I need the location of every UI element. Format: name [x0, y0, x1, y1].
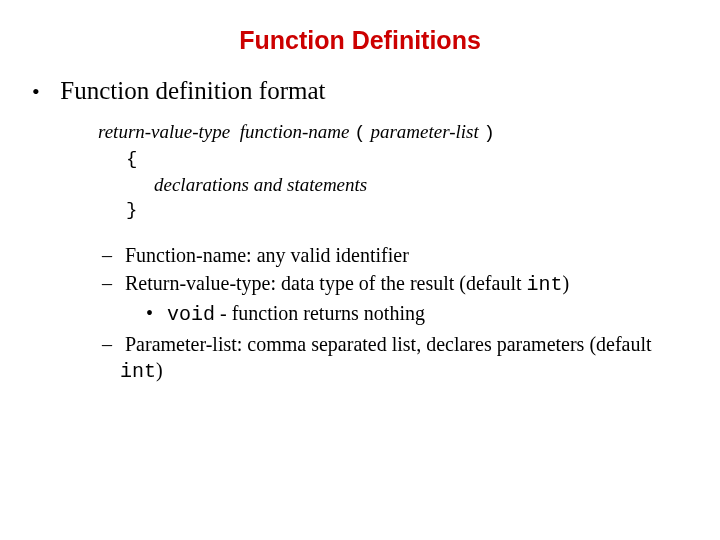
- code-function-name: function-name: [240, 121, 350, 142]
- bullet1-text: Function definition format: [60, 77, 325, 104]
- code-brace-open: {: [126, 147, 694, 173]
- code-block: return-value-type function-name ( parame…: [98, 119, 694, 224]
- code-body: declarations and statements: [154, 172, 694, 198]
- item-rvt-post: ): [563, 272, 570, 294]
- item-parameter-list: Parameter-list: comma separated list, de…: [102, 331, 694, 386]
- item-return-value-type: Return-value-type: data type of the resu…: [102, 270, 694, 329]
- code-right-paren: ): [484, 122, 495, 144]
- item-rvt-code: int: [527, 273, 563, 296]
- item-function-name: Function-name: any valid identifier: [102, 242, 694, 268]
- code-left-paren: (: [354, 122, 365, 144]
- code-return-value-type: return-value-type: [98, 121, 230, 142]
- item-pl-post: ): [156, 359, 163, 381]
- bullet-list-level2: Function-name: any valid identifier Retu…: [102, 242, 694, 386]
- item-pl-pre: Parameter-list: comma separated list, de…: [125, 333, 652, 355]
- item-void: void - function returns nothing: [146, 300, 694, 328]
- slide-title: Function Definitions: [26, 26, 694, 55]
- item-function-name-text: Function-name: any valid identifier: [125, 244, 409, 266]
- item-void-code: void: [167, 303, 215, 326]
- item-rvt-pre: Return-value-type: data type of the resu…: [125, 272, 527, 294]
- code-brace-close: }: [126, 198, 694, 224]
- bullet-function-definition-format: Function definition format return-value-…: [54, 77, 694, 386]
- code-parameter-list: parameter-list: [370, 121, 478, 142]
- item-void-text: - function returns nothing: [215, 302, 425, 324]
- slide: Function Definitions Function definition…: [0, 0, 720, 540]
- code-signature-line: return-value-type function-name ( parame…: [98, 119, 694, 147]
- bullet-list-level1: Function definition format return-value-…: [54, 77, 694, 386]
- item-pl-code: int: [120, 360, 156, 383]
- bullet-list-level3: void - function returns nothing: [146, 300, 694, 328]
